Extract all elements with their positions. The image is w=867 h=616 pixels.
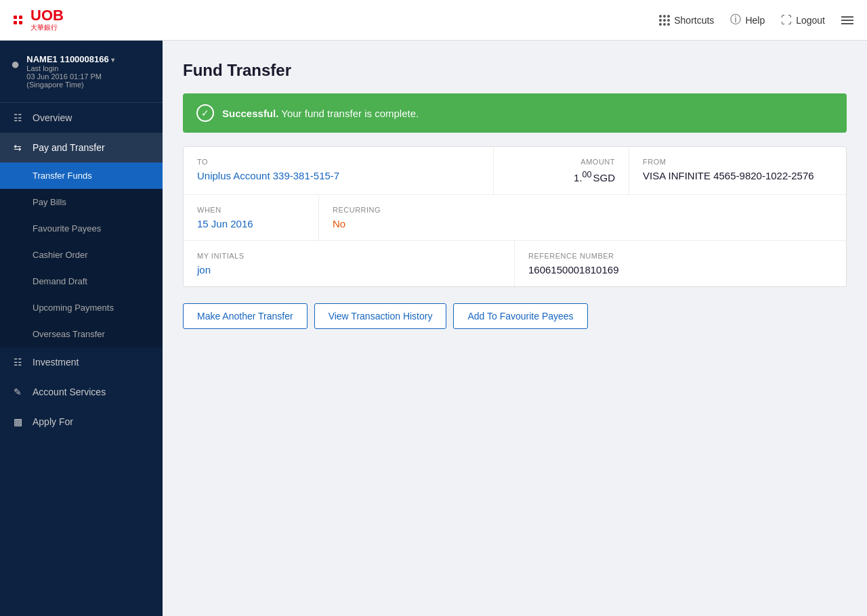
logout-label: Logout [796, 15, 825, 26]
logo: UOB 大華銀行 [14, 8, 64, 32]
sidebar-item-apply-for-label: Apply For [33, 416, 73, 427]
amount-label: AMOUNT [507, 158, 615, 166]
sidebar-item-upcoming-payments[interactable]: Upcoming Payments [0, 294, 163, 321]
success-message: Your fund transfer is complete. [281, 108, 419, 119]
to-label: TO [197, 158, 480, 166]
sidebar-item-account-services-label: Account Services [33, 387, 106, 397]
sidebar-menu: ☷ Overview ⇆ Pay and Transfer Transfer F… [0, 103, 163, 616]
amount-number: 1.00 [574, 170, 591, 183]
investment-icon: ☷ [11, 357, 24, 368]
sidebar-submenu-pay-transfer: Transfer Funds Pay Bills Favourite Payee… [0, 162, 163, 347]
header-nav: Shortcuts ⓘ Help ⛶ Logout [659, 13, 853, 27]
success-text: Successful. Your fund transfer is comple… [222, 108, 419, 119]
action-buttons: Make Another Transfer View Transaction H… [183, 303, 847, 329]
reference-value: 1606150001810169 [528, 264, 832, 276]
my-initials-value: jon [197, 264, 501, 276]
header: UOB 大華銀行 Shortcuts ⓘ Help ⛶ Logout [0, 0, 867, 41]
to-account-name: Uniplus Account [197, 170, 270, 181]
when-value: 15 Jun 2016 [197, 218, 305, 229]
shortcuts-icon [659, 15, 670, 26]
main-content: Fund Transfer ✓ Successful. Your fund tr… [163, 41, 867, 616]
shortcuts-label: Shortcuts [674, 15, 714, 26]
recurring-cell: RECURRING No [319, 195, 846, 240]
sidebar-item-investment-label: Investment [33, 357, 79, 368]
sidebar-user-info: NAME1 1100008166 ▾ Last login 03 Jun 201… [26, 54, 114, 89]
from-value: VISA INFINITE 4565-9820-1022-2576 [643, 170, 832, 181]
recurring-value: No [333, 218, 832, 229]
transfer-row-2: WHEN 15 Jun 2016 RECURRING No [184, 195, 846, 241]
success-check-icon: ✓ [196, 104, 214, 122]
when-cell: WHEN 15 Jun 2016 [184, 195, 319, 240]
sidebar-item-overseas-transfer[interactable]: Overseas Transfer [0, 321, 163, 347]
make-another-transfer-button[interactable]: Make Another Transfer [183, 303, 308, 329]
sidebar-item-account-services[interactable]: ✎ Account Services [0, 377, 163, 407]
apply-for-icon: ▩ [11, 416, 24, 427]
sidebar-item-overview[interactable]: ☷ Overview [0, 103, 163, 133]
sidebar-item-investment[interactable]: ☷ Investment [0, 347, 163, 377]
page-title: Fund Transfer [183, 61, 847, 80]
layout: ● NAME1 1100008166 ▾ Last login 03 Jun 2… [0, 41, 867, 616]
logo-grid-icon [14, 16, 22, 24]
help-button[interactable]: ⓘ Help [730, 13, 765, 27]
sidebar-item-transfer-funds[interactable]: Transfer Funds [0, 162, 163, 189]
last-login-label: Last login [26, 64, 114, 72]
view-transaction-history-button[interactable]: View Transaction History [314, 303, 447, 329]
from-cell: FROM VISA INFINITE 4565-9820-1022-2576 [629, 147, 846, 194]
sidebar-item-favourite-payees[interactable]: Favourite Payees [0, 215, 163, 242]
account-services-icon: ✎ [11, 387, 24, 397]
sidebar-item-demand-draft[interactable]: Demand Draft [0, 268, 163, 294]
add-to-favourite-payees-button[interactable]: Add To Favourite Payees [453, 303, 587, 329]
hamburger-menu-button[interactable] [841, 16, 853, 24]
amount-sup: 00 [583, 170, 592, 179]
to-cell: TO Uniplus Account 339-381-515-7 [184, 147, 494, 194]
logout-icon: ⛶ [781, 14, 792, 26]
transfer-detail-card: TO Uniplus Account 339-381-515-7 AMOUNT … [183, 146, 847, 287]
amount-cell: AMOUNT 1.00 SGD [494, 147, 629, 194]
when-label: WHEN [197, 206, 305, 214]
transfer-row-3: MY INITIALS jon REFERENCE NUMBER 1606150… [184, 241, 846, 286]
help-label: Help [745, 15, 765, 26]
reference-cell: REFERENCE NUMBER 1606150001810169 [515, 241, 846, 286]
pay-transfer-icon: ⇆ [11, 142, 24, 153]
help-icon: ⓘ [730, 13, 741, 27]
my-initials-cell: MY INITIALS jon [184, 241, 515, 286]
transfer-row-1: TO Uniplus Account 339-381-515-7 AMOUNT … [184, 147, 846, 195]
success-bold-text: Successful. [222, 108, 278, 119]
amount-currency: SGD [593, 172, 615, 183]
to-account-number: 339-381-515-7 [273, 170, 339, 181]
last-login-time: 03 Jun 2016 01:17 PM [26, 72, 114, 81]
overview-icon: ☷ [11, 112, 24, 123]
to-value: Uniplus Account 339-381-515-7 [197, 170, 480, 181]
logo-subtext: 大華銀行 [30, 23, 64, 32]
hamburger-icon [841, 16, 853, 24]
success-banner: ✓ Successful. Your fund transfer is comp… [183, 93, 847, 133]
my-initials-label: MY INITIALS [197, 252, 501, 260]
sidebar-item-apply-for[interactable]: ▩ Apply For [0, 407, 163, 437]
sidebar-item-pay-bills[interactable]: Pay Bills [0, 189, 163, 215]
reference-label: REFERENCE NUMBER [528, 252, 832, 260]
sidebar-item-pay-transfer[interactable]: ⇆ Pay and Transfer [0, 133, 163, 162]
logo-text: UOB [30, 7, 64, 24]
user-avatar-icon: ● [11, 56, 20, 73]
shortcuts-button[interactable]: Shortcuts [659, 15, 714, 26]
recurring-label: RECURRING [333, 206, 832, 214]
sidebar-user-section: ● NAME1 1100008166 ▾ Last login 03 Jun 2… [0, 41, 163, 103]
from-label: FROM [643, 158, 832, 166]
dropdown-icon: ▾ [111, 56, 114, 64]
sidebar-item-overview-label: Overview [33, 112, 72, 123]
sidebar-item-pay-transfer-label: Pay and Transfer [33, 142, 105, 153]
amount-value: 1.00 SGD [507, 170, 615, 183]
sidebar-username[interactable]: NAME1 1100008166 ▾ [26, 54, 114, 64]
last-login-timezone: (Singapore Time) [26, 81, 114, 89]
sidebar-item-cashier-order[interactable]: Cashier Order [0, 242, 163, 268]
logout-button[interactable]: ⛶ Logout [781, 14, 825, 26]
sidebar: ● NAME1 1100008166 ▾ Last login 03 Jun 2… [0, 41, 163, 616]
